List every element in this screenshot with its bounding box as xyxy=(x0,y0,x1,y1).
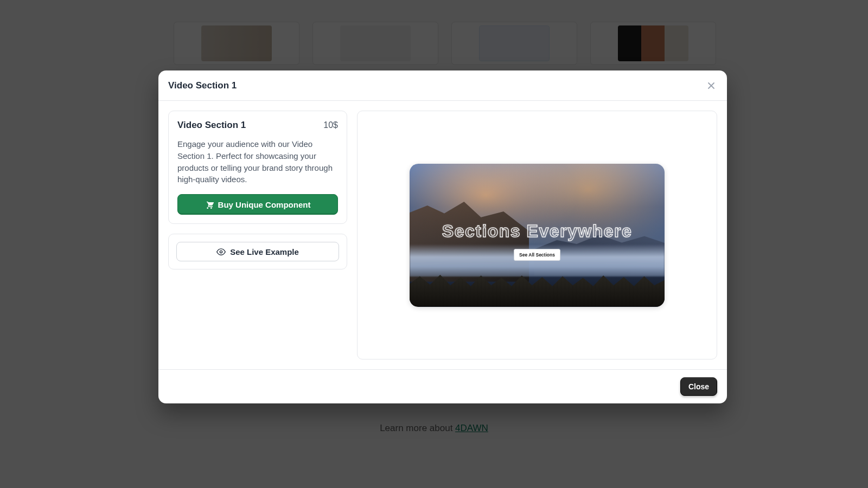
buy-button-label: Buy Unique Component xyxy=(218,200,311,209)
modal-body: Video Section 1 10$ Engage your audience… xyxy=(158,101,727,369)
close-icon xyxy=(707,82,715,89)
modal-header: Video Section 1 xyxy=(158,70,727,101)
modal-left-column: Video Section 1 10$ Engage your audience… xyxy=(168,111,347,359)
modal-close-x[interactable] xyxy=(705,80,717,92)
live-example-card: See Live Example xyxy=(168,234,347,269)
info-title: Video Section 1 xyxy=(177,120,246,131)
modal-footer: Close xyxy=(158,369,727,403)
cart-icon xyxy=(205,200,214,209)
example-button-label: See Live Example xyxy=(230,247,299,256)
modal-title: Video Section 1 xyxy=(168,80,237,91)
info-description: Engage your audience with our Video Sect… xyxy=(177,138,338,185)
component-preview-image: Sections Everywhere See All Sections xyxy=(410,164,665,307)
component-detail-modal: Video Section 1 Video Section 1 10$ Enga… xyxy=(158,70,727,403)
info-price: 10$ xyxy=(323,120,338,130)
eye-icon xyxy=(216,247,226,256)
see-live-example-button[interactable]: See Live Example xyxy=(176,242,339,261)
buy-component-button[interactable]: Buy Unique Component xyxy=(177,194,338,215)
component-info-card: Video Section 1 10$ Engage your audience… xyxy=(168,111,347,224)
info-head: Video Section 1 10$ xyxy=(177,120,338,131)
modal-close-button[interactable]: Close xyxy=(680,377,717,396)
preview-panel: Sections Everywhere See All Sections xyxy=(357,111,717,359)
svg-point-2 xyxy=(220,251,222,253)
